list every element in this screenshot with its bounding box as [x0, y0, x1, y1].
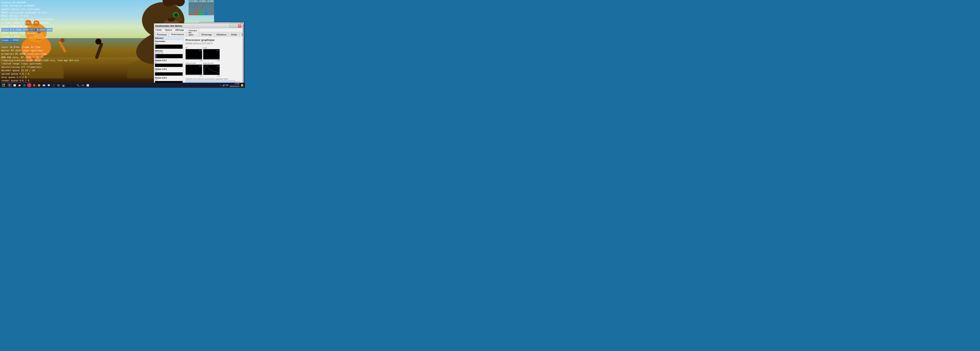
osd-line-12	[1, 42, 60, 46]
tm-tab-utilisateurs[interactable]: Utilisateurs	[214, 33, 229, 37]
osd-line-22: dxva queue 5-6 / 6	[1, 76, 60, 79]
task-manager-content: Sélecteur Processeur 0% Mémoire 5% 2,6 G…	[154, 37, 243, 87]
tm-item-memoire[interactable]: Mémoire 5% 2,6 GB	[154, 49, 183, 59]
windows-icon	[2, 84, 5, 87]
osd-line-5: movie 23.976 fps (says source filter)	[1, 18, 60, 21]
tm-menu-options[interactable]: Options	[164, 29, 173, 31]
task-manager-title: Gestionnaire des tâches	[155, 25, 182, 27]
osd-line-8: scale 0.0,2560,1440 -> 0.0,2944,1656	[1, 28, 60, 32]
taskbar-icon-10[interactable]: 💻	[61, 83, 65, 87]
gpu-graphs-row1: 3D 0% 0% Copy	[185, 47, 241, 62]
gpu-graph-video-encode: Video Encode 0% 0%	[185, 62, 202, 77]
osd-line-3: D3D11 fullscreen windowed (8 bit)	[1, 11, 60, 14]
taskbar-icon-13[interactable]: 🔧	[76, 83, 80, 87]
gpu-graph-3d: 3D 0% 0%	[185, 47, 202, 62]
osd-line-11: image > DXVA	[1, 38, 60, 42]
taskbar-date: 06/01/2019	[230, 85, 239, 88]
svg-rect-1	[3, 84, 5, 85]
osd-line-4: P010, 10 bit, 4:2:0	[1, 14, 60, 18]
taskbar-explorer-icon[interactable]: 📁	[18, 83, 22, 87]
gpu-graph-copy: Copy 0% 0%	[203, 47, 220, 62]
osd-line-2: smooth motion off (settings)	[1, 8, 60, 11]
taskbar-tray-network[interactable]: ↑↓	[220, 84, 222, 86]
taskbar-clock[interactable]: 17:46 06/01/2019	[230, 83, 239, 87]
svg-rect-0	[2, 84, 3, 85]
task-manager-tabs: Processus Performances Historique des ap…	[154, 32, 243, 37]
tm-item-processeur[interactable]: Processeur 0%	[154, 40, 183, 49]
osd-line-14: master BT.2020 (says upstream)	[1, 49, 60, 52]
osd-line-13: vsync 16.67ms, frame 41.71ms	[1, 46, 60, 49]
tm-item-disque0[interactable]: Disque 0 (C:) 0%	[154, 59, 183, 68]
tm-tab-performances[interactable]: Performances	[169, 32, 186, 37]
tm-tab-details[interactable]: Détails	[229, 33, 239, 37]
taskbar-icon-7[interactable]: 💬	[47, 83, 51, 87]
gpu-3d-chart: 0%	[185, 49, 202, 60]
gpu-encode-chart: 0%	[185, 64, 202, 75]
osd-line-21: upload queue 5-6 / 6	[1, 72, 60, 76]
histogram-bars	[189, 3, 214, 15]
gpu-decode-chart: 0%	[203, 64, 220, 75]
taskbar-right-area: ↑↓ 🔊 EN 17:46 06/01/2019 🔔	[220, 83, 245, 87]
taskbar-system-tray: ↑↓ 🔊 EN	[220, 84, 229, 86]
tm-gpu-section: Processeur graphique NVIDIA GeForce GTX …	[185, 38, 242, 87]
osd-line-23: render queue 4-6 / 6	[1, 79, 60, 83]
osd-line-0: display 60.00105Hz	[1, 1, 60, 4]
taskbar-icon-3[interactable]: ⭕	[27, 83, 31, 87]
osd-stats-overlay: display 60.00105Hz clock deviation 0.010…	[0, 0, 62, 83]
taskbar-icon-8[interactable]: 🎵	[51, 83, 56, 87]
osd-line-17: frame/avg/scene/movie 163/91/153/1430 ni…	[1, 59, 60, 62]
histogram-label: A 0.00%, 0.00%, 0.00%	[189, 0, 214, 3]
tm-menu-fichier[interactable]: Fichier	[155, 29, 162, 31]
task-manager-titlebar: Gestionnaire des tâches — □ ✕	[154, 24, 243, 28]
taskbar-tray-lang[interactable]: EN	[226, 84, 229, 86]
taskbar-icon-12[interactable]: ⚙	[71, 83, 75, 87]
tm-gpu-subtitle: NVIDIA GeForce GTX 650 Ti	[185, 42, 215, 45]
taskbar-icon-4[interactable]: 🔴	[32, 83, 36, 87]
taskbar: 🔍 ⬜ 📁 🌐 ⭕ 🔴 🟠 📧 💬 🎵 📷 💻 🖥 ⚙ 🔧 🎮 ⬜ ↑↓ 🔊 E…	[0, 83, 245, 88]
taskbar-notification-icon[interactable]: 🔔	[240, 84, 244, 87]
taskbar-icon-tray: 🔍 ⬜ 📁 🌐 ⭕ 🔴 🟠 📧 💬 🎵 📷 💻 🖥 ⚙ 🔧 🎮 ⬜	[7, 83, 91, 87]
taskbar-tray-volume[interactable]: 🔊	[223, 84, 225, 86]
tm-tab-historique[interactable]: Historique des applic...	[186, 29, 199, 37]
svg-rect-2	[2, 86, 3, 87]
tm-item-disque1[interactable]: Disque 1 (G:) 0%	[154, 68, 183, 76]
gpu-graph-video-decode: Video Decode 0% 0%	[203, 62, 220, 77]
tm-minimize-button[interactable]: —	[229, 24, 233, 27]
taskbar-icon-6[interactable]: 📧	[42, 83, 46, 87]
taskbar-search-icon[interactable]: 🔍	[8, 83, 12, 87]
tm-close-button[interactable]: ✕	[238, 24, 242, 27]
tm-menu-affichage[interactable]: Affichage	[174, 29, 185, 31]
taskbar-taskview-icon[interactable]: ⬜	[13, 83, 17, 87]
taskbar-time: 17:46	[230, 83, 239, 85]
osd-line-10: chroma > DXVA	[1, 35, 60, 38]
osd-line-16: HDR 446 nits, BT.2020 -> DC P3	[1, 56, 60, 59]
tm-tab-processus[interactable]: Processus	[155, 33, 169, 37]
osd-line-9: touch window from inside	[1, 32, 60, 35]
taskbar-start-button[interactable]	[0, 83, 7, 88]
taskbar-icon-11[interactable]: 🖥	[66, 83, 70, 87]
osd-line-15: primaries BT.2020 (says upstream)	[1, 52, 60, 56]
taskbar-browser-icon[interactable]: 🌐	[22, 83, 27, 87]
osd-line-6: 1 frame repeat every 45.89 seconds	[1, 21, 60, 25]
gpu-dedicated-label: Utilisation de la mémoire du processeur …	[185, 78, 241, 80]
osd-line-18: limited range (says upstream)	[1, 62, 60, 65]
tm-maximize-button[interactable]: □	[234, 24, 237, 27]
taskbar-icon-5[interactable]: 🟠	[37, 83, 41, 87]
tm-tab-demarrage[interactable]: Démarrage	[199, 33, 214, 37]
taskbar-icon-9[interactable]: 📷	[56, 83, 60, 87]
tm-tab-services[interactable]: Services	[240, 33, 243, 37]
histogram-overlay: A 0.00%, 0.00%, 0.00%	[189, 0, 214, 17]
osd-line-7: movie 2560x1440 16:9	[1, 25, 60, 28]
tm-right-panel: Processeur graphique NVIDIA GeForce GTX …	[184, 37, 243, 87]
tm-selector-header: Sélecteur	[154, 37, 183, 40]
osd-line-19: deinterlacing off (framerate)	[1, 65, 60, 69]
svg-rect-3	[3, 86, 5, 87]
taskbar-icon-14[interactable]: 🎮	[81, 83, 85, 87]
osd-line-1: clock deviation 0.01087%	[1, 4, 60, 8]
tm-left-panel: Sélecteur Processeur 0% Mémoire 5% 2,6 G…	[154, 37, 184, 87]
osd-line-20: decoder queue 23-24 / 24	[1, 69, 60, 72]
gpu-graphs-row2: Video Encode 0% 0% Video Decode	[185, 62, 241, 77]
tm-gpu-title: Processeur graphique	[185, 38, 215, 41]
task-manager-window: Gestionnaire des tâches — □ ✕ Fichier Op…	[154, 23, 243, 88]
taskbar-icon-15[interactable]: ⬜	[86, 83, 90, 87]
